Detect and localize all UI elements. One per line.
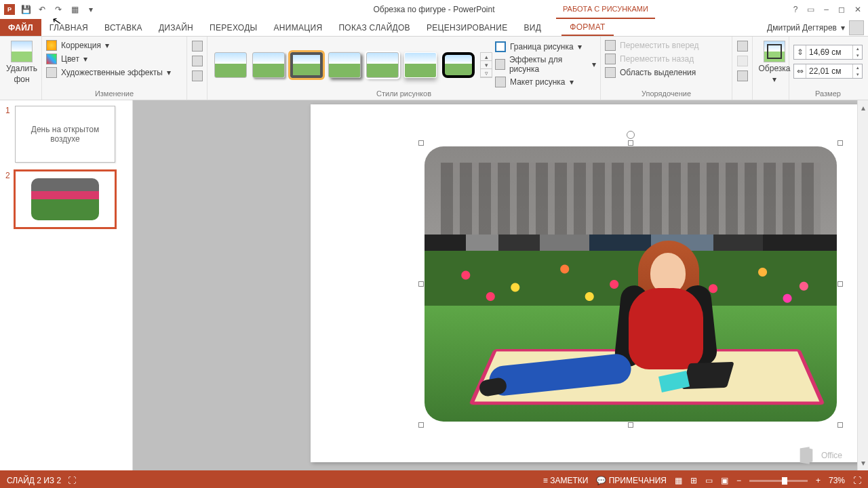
remove-bg-label1: Удалить	[6, 64, 37, 73]
selection-icon	[605, 67, 616, 78]
slideshow-icon[interactable]: ▦	[69, 4, 80, 15]
tab-home[interactable]: ГЛАВНАЯ	[41, 19, 96, 36]
help-icon[interactable]: ?	[793, 5, 798, 14]
close-icon[interactable]: ✕	[854, 5, 861, 14]
picture-styles-gallery[interactable]: ▴▾▿	[212, 39, 495, 88]
style-thumb-5[interactable]	[366, 52, 399, 78]
undo-icon[interactable]: ↶	[37, 4, 47, 15]
gallery-scroll[interactable]: ▴▾▿	[480, 52, 492, 78]
brightness-icon	[46, 40, 57, 51]
picture-border-button[interactable]: Граница рисунка▾	[495, 41, 596, 53]
ribbon-display-icon[interactable]: ▭	[807, 5, 814, 14]
group-styles-label: Стили рисунков	[212, 88, 596, 100]
tab-review[interactable]: РЕЦЕНЗИРОВАНИЕ	[418, 19, 516, 36]
selection-handles[interactable]	[421, 143, 840, 425]
minimize-icon[interactable]: –	[824, 5, 829, 14]
redo-icon[interactable]: ↷	[53, 4, 64, 15]
tab-animations[interactable]: АНИМАЦИЯ	[266, 19, 331, 36]
style-thumb-7[interactable]	[442, 52, 475, 78]
crop-icon	[764, 41, 785, 62]
handle-e[interactable]	[837, 281, 843, 287]
height-spinner[interactable]: ▴▾	[852, 45, 862, 59]
group-objects-icon[interactable]	[737, 56, 748, 66]
picture-layout-button[interactable]: Макет рисунка▾	[495, 76, 596, 88]
notes-label: ЗАМЕТКИ	[550, 476, 588, 485]
corrections-label: Коррекция	[61, 41, 101, 50]
chevron-down-icon: ▾	[578, 42, 582, 52]
width-spinner[interactable]: ▴▾	[852, 64, 862, 78]
tab-format[interactable]: ФОРМАТ	[561, 19, 614, 36]
rotate-icon[interactable]	[737, 70, 748, 81]
style-thumb-1[interactable]	[214, 52, 247, 78]
handle-se[interactable]	[837, 422, 843, 428]
handle-w[interactable]	[418, 281, 424, 287]
zoom-out-button[interactable]: −	[736, 476, 741, 485]
app-icon: P	[4, 4, 15, 15]
color-button[interactable]: Цвет▾	[46, 53, 182, 65]
handle-nw[interactable]	[418, 140, 424, 146]
zoom-thumb[interactable]	[782, 477, 787, 485]
tab-file[interactable]: ФАЙЛ	[0, 19, 41, 36]
group-arrange-label: Упорядочение	[605, 88, 728, 100]
chevron-down-icon: ▾	[167, 68, 171, 77]
tab-transitions[interactable]: ПЕРЕХОДЫ	[201, 19, 265, 36]
chevron-down-icon: ▾	[105, 41, 109, 50]
account-user[interactable]: Дмитрий Дегтярев ▾	[767, 19, 868, 36]
reading-view-icon[interactable]: ▭	[705, 476, 713, 485]
office-logo-icon	[797, 446, 816, 465]
slide	[311, 104, 857, 462]
style-thumb-4[interactable]	[328, 52, 361, 78]
picture-effects-button[interactable]: Эффекты для рисунка▾	[495, 54, 596, 75]
remove-background-button[interactable]: Удалить фон	[4, 39, 39, 84]
handle-s[interactable]	[628, 422, 633, 428]
corrections-button[interactable]: Коррекция▾	[46, 39, 182, 52]
tab-insert[interactable]: ВСТАВКА	[96, 19, 151, 36]
align-icon[interactable]	[737, 41, 748, 52]
spellcheck-icon[interactable]: ⛶	[68, 476, 76, 485]
artistic-effects-button[interactable]: Художественные эффекты▾	[46, 66, 182, 79]
zoom-level[interactable]: 73%	[829, 476, 845, 485]
thumb-1-number: 1	[5, 106, 11, 163]
handle-ne[interactable]	[837, 140, 843, 146]
rotate-handle[interactable]	[627, 131, 635, 139]
slide-indicator[interactable]: СЛАЙД 2 ИЗ 2	[7, 476, 61, 485]
compress-icon[interactable]	[192, 41, 203, 52]
slide-canvas[interactable]: Office	[133, 100, 857, 470]
tab-slideshow[interactable]: ПОКАЗ СЛАЙДОВ	[330, 19, 418, 36]
change-picture-icon[interactable]	[192, 56, 203, 66]
chevron-down-icon: ▾	[772, 75, 776, 84]
width-input[interactable]: ⇔ 22,01 см ▴▾	[793, 64, 863, 79]
quick-access-toolbar: P 💾 ↶ ↷ ▦ ▾	[0, 4, 96, 15]
save-icon[interactable]: 💾	[20, 4, 31, 15]
selection-pane-button[interactable]: Область выделения	[605, 66, 728, 79]
handle-sw[interactable]	[418, 422, 424, 428]
group-adjust-label: Изменение	[46, 88, 182, 100]
fit-to-window-icon[interactable]: ⛶	[853, 476, 861, 485]
qat-more-icon[interactable]: ▾	[85, 4, 96, 15]
tab-design[interactable]: ДИЗАЙН	[151, 19, 201, 36]
zoom-slider[interactable]	[749, 480, 808, 482]
zoom-in-button[interactable]: +	[816, 476, 821, 485]
notes-button[interactable]: ≡ ЗАМЕТКИ	[543, 476, 589, 485]
style-thumb-3[interactable]	[290, 52, 323, 78]
normal-view-icon[interactable]: ▦	[675, 476, 682, 485]
slideshow-view-icon[interactable]: ▣	[721, 476, 728, 485]
sorter-view-icon[interactable]: ⊞	[690, 476, 697, 485]
status-bar: СЛАЙД 2 ИЗ 2 ⛶ ≡ ЗАМЕТКИ 💬 ПРИМЕЧАНИЯ ▦ …	[0, 473, 868, 488]
watermark-text: Office	[821, 451, 842, 460]
maximize-icon[interactable]: ◻	[838, 5, 845, 14]
vertical-scrollbar[interactable]: ▴▾	[857, 100, 868, 470]
comments-button[interactable]: 💬 ПРИМЕЧАНИЯ	[596, 476, 667, 485]
crop-button[interactable]: Обрезка ▾	[757, 39, 792, 84]
layout-icon	[495, 77, 506, 87]
slide-thumbnail-2[interactable]	[15, 171, 115, 228]
handle-n[interactable]	[628, 140, 633, 146]
style-thumb-2[interactable]	[252, 52, 285, 78]
reset-picture-icon[interactable]	[192, 70, 203, 81]
height-input[interactable]: ⇕ 14,69 см ▴▾	[793, 45, 863, 60]
forward-label: Переместить вперед	[620, 41, 698, 50]
slide-thumbnail-1[interactable]: День на открытом воздухе	[15, 106, 115, 163]
tab-view[interactable]: ВИД	[516, 19, 550, 36]
artistic-label: Художественные эффекты	[61, 68, 163, 77]
style-thumb-6[interactable]	[404, 52, 437, 78]
